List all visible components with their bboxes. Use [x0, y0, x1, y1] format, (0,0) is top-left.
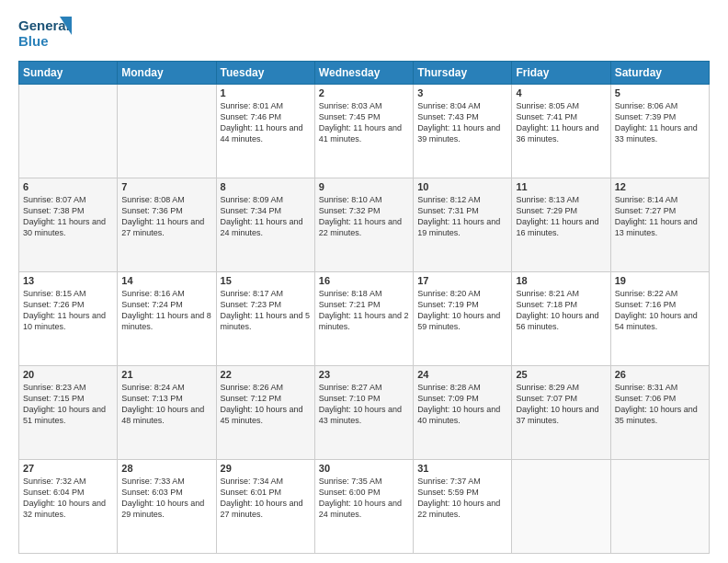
day-number: 29 [221, 463, 311, 474]
cell-content: Sunrise: 8:27 AM Sunset: 7:10 PM Dayligh… [319, 382, 409, 427]
calendar-cell: 8Sunrise: 8:09 AM Sunset: 7:34 PM Daylig… [216, 178, 314, 272]
week-row-3: 13Sunrise: 8:15 AM Sunset: 7:26 PM Dayli… [19, 272, 710, 366]
weekday-header-friday: Friday [512, 62, 610, 85]
calendar-cell: 11Sunrise: 8:13 AM Sunset: 7:29 PM Dayli… [512, 178, 610, 272]
calendar-cell: 21Sunrise: 8:24 AM Sunset: 7:13 PM Dayli… [118, 366, 216, 460]
cell-content: Sunrise: 8:05 AM Sunset: 7:41 PM Dayligh… [516, 100, 606, 145]
day-number: 2 [319, 87, 409, 98]
day-number: 24 [417, 369, 507, 380]
calendar-cell: 18Sunrise: 8:21 AM Sunset: 7:18 PM Dayli… [512, 272, 610, 366]
cell-content: Sunrise: 8:13 AM Sunset: 7:29 PM Dayligh… [516, 194, 606, 239]
weekday-header-monday: Monday [118, 62, 216, 85]
cell-content: Sunrise: 8:28 AM Sunset: 7:09 PM Dayligh… [417, 382, 507, 427]
calendar-cell: 26Sunrise: 8:31 AM Sunset: 7:06 PM Dayli… [610, 366, 709, 460]
day-number: 12 [615, 181, 705, 192]
cell-content: Sunrise: 7:33 AM Sunset: 6:03 PM Dayligh… [121, 476, 211, 521]
week-row-4: 20Sunrise: 8:23 AM Sunset: 7:15 PM Dayli… [19, 366, 710, 460]
calendar-cell: 7Sunrise: 8:08 AM Sunset: 7:36 PM Daylig… [118, 178, 216, 272]
week-row-5: 27Sunrise: 7:32 AM Sunset: 6:04 PM Dayli… [19, 460, 710, 554]
day-number: 27 [23, 463, 113, 474]
week-row-2: 6Sunrise: 8:07 AM Sunset: 7:38 PM Daylig… [19, 178, 710, 272]
day-number: 31 [417, 463, 507, 474]
cell-content: Sunrise: 8:20 AM Sunset: 7:19 PM Dayligh… [417, 288, 507, 333]
cell-content: Sunrise: 8:23 AM Sunset: 7:15 PM Dayligh… [23, 382, 113, 427]
cell-content: Sunrise: 8:26 AM Sunset: 7:12 PM Dayligh… [221, 382, 311, 427]
weekday-header-row: SundayMondayTuesdayWednesdayThursdayFrid… [19, 62, 710, 85]
day-number: 23 [319, 369, 409, 380]
cell-content: Sunrise: 8:09 AM Sunset: 7:34 PM Dayligh… [221, 194, 311, 239]
day-number: 11 [516, 181, 606, 192]
calendar-cell: 30Sunrise: 7:35 AM Sunset: 6:00 PM Dayli… [314, 460, 413, 554]
day-number: 14 [121, 275, 211, 286]
cell-content: Sunrise: 8:08 AM Sunset: 7:36 PM Dayligh… [121, 194, 211, 239]
cell-content: Sunrise: 8:15 AM Sunset: 7:26 PM Dayligh… [23, 288, 113, 333]
calendar-cell [512, 460, 610, 554]
calendar-cell [19, 85, 118, 178]
day-number: 19 [615, 275, 705, 286]
weekday-header-wednesday: Wednesday [314, 62, 413, 85]
cell-content: Sunrise: 8:17 AM Sunset: 7:23 PM Dayligh… [221, 288, 311, 333]
cell-content: Sunrise: 8:21 AM Sunset: 7:18 PM Dayligh… [516, 288, 606, 333]
weekday-header-thursday: Thursday [414, 62, 512, 85]
cell-content: Sunrise: 8:03 AM Sunset: 7:45 PM Dayligh… [319, 100, 409, 145]
day-number: 20 [23, 369, 113, 380]
day-number: 25 [516, 369, 606, 380]
day-number: 9 [319, 181, 409, 192]
logo: GeneralBlue [18, 15, 74, 52]
calendar-cell [610, 460, 709, 554]
calendar-cell: 23Sunrise: 8:27 AM Sunset: 7:10 PM Dayli… [314, 366, 413, 460]
day-number: 3 [417, 87, 507, 98]
calendar-cell: 15Sunrise: 8:17 AM Sunset: 7:23 PM Dayli… [216, 272, 314, 366]
cell-content: Sunrise: 7:35 AM Sunset: 6:00 PM Dayligh… [319, 476, 409, 521]
calendar-cell: 17Sunrise: 8:20 AM Sunset: 7:19 PM Dayli… [414, 272, 512, 366]
cell-content: Sunrise: 8:18 AM Sunset: 7:21 PM Dayligh… [319, 288, 409, 333]
weekday-header-saturday: Saturday [610, 62, 709, 85]
week-row-1: 1Sunrise: 8:01 AM Sunset: 7:46 PM Daylig… [19, 85, 710, 178]
calendar-cell: 5Sunrise: 8:06 AM Sunset: 7:39 PM Daylig… [610, 85, 709, 178]
day-number: 26 [615, 369, 705, 380]
cell-content: Sunrise: 8:14 AM Sunset: 7:27 PM Dayligh… [615, 194, 705, 239]
svg-text:Blue: Blue [18, 33, 49, 49]
calendar-cell: 6Sunrise: 8:07 AM Sunset: 7:38 PM Daylig… [19, 178, 118, 272]
calendar-cell: 20Sunrise: 8:23 AM Sunset: 7:15 PM Dayli… [19, 366, 118, 460]
day-number: 10 [417, 181, 507, 192]
cell-content: Sunrise: 8:06 AM Sunset: 7:39 PM Dayligh… [615, 100, 705, 145]
day-number: 30 [319, 463, 409, 474]
cell-content: Sunrise: 8:24 AM Sunset: 7:13 PM Dayligh… [121, 382, 211, 427]
calendar-cell: 16Sunrise: 8:18 AM Sunset: 7:21 PM Dayli… [314, 272, 413, 366]
calendar-cell: 3Sunrise: 8:04 AM Sunset: 7:43 PM Daylig… [414, 85, 512, 178]
cell-content: Sunrise: 8:31 AM Sunset: 7:06 PM Dayligh… [615, 382, 705, 427]
weekday-header-tuesday: Tuesday [216, 62, 314, 85]
calendar-cell: 28Sunrise: 7:33 AM Sunset: 6:03 PM Dayli… [118, 460, 216, 554]
header: GeneralBlue [18, 15, 710, 52]
calendar-cell: 27Sunrise: 7:32 AM Sunset: 6:04 PM Dayli… [19, 460, 118, 554]
day-number: 21 [121, 369, 211, 380]
calendar-page: GeneralBlue SundayMondayTuesdayWednesday… [0, 0, 728, 563]
cell-content: Sunrise: 8:22 AM Sunset: 7:16 PM Dayligh… [615, 288, 705, 333]
day-number: 17 [417, 275, 507, 286]
day-number: 8 [221, 181, 311, 192]
cell-content: Sunrise: 8:16 AM Sunset: 7:24 PM Dayligh… [121, 288, 211, 333]
calendar-cell: 10Sunrise: 8:12 AM Sunset: 7:31 PM Dayli… [414, 178, 512, 272]
cell-content: Sunrise: 7:32 AM Sunset: 6:04 PM Dayligh… [23, 476, 113, 521]
logo-svg: GeneralBlue [18, 15, 74, 52]
cell-content: Sunrise: 7:37 AM Sunset: 5:59 PM Dayligh… [417, 476, 507, 521]
calendar-cell: 12Sunrise: 8:14 AM Sunset: 7:27 PM Dayli… [610, 178, 709, 272]
day-number: 28 [121, 463, 211, 474]
weekday-header-sunday: Sunday [19, 62, 118, 85]
day-number: 22 [221, 369, 311, 380]
calendar-cell: 1Sunrise: 8:01 AM Sunset: 7:46 PM Daylig… [216, 85, 314, 178]
calendar-cell: 24Sunrise: 8:28 AM Sunset: 7:09 PM Dayli… [414, 366, 512, 460]
day-number: 15 [221, 275, 311, 286]
day-number: 1 [221, 87, 311, 98]
day-number: 4 [516, 87, 606, 98]
calendar-cell: 4Sunrise: 8:05 AM Sunset: 7:41 PM Daylig… [512, 85, 610, 178]
cell-content: Sunrise: 7:34 AM Sunset: 6:01 PM Dayligh… [221, 476, 311, 521]
calendar-table: SundayMondayTuesdayWednesdayThursdayFrid… [18, 61, 710, 554]
cell-content: Sunrise: 8:10 AM Sunset: 7:32 PM Dayligh… [319, 194, 409, 239]
day-number: 7 [121, 181, 211, 192]
calendar-cell: 31Sunrise: 7:37 AM Sunset: 5:59 PM Dayli… [414, 460, 512, 554]
calendar-cell [118, 85, 216, 178]
calendar-cell: 19Sunrise: 8:22 AM Sunset: 7:16 PM Dayli… [610, 272, 709, 366]
calendar-cell: 9Sunrise: 8:10 AM Sunset: 7:32 PM Daylig… [314, 178, 413, 272]
